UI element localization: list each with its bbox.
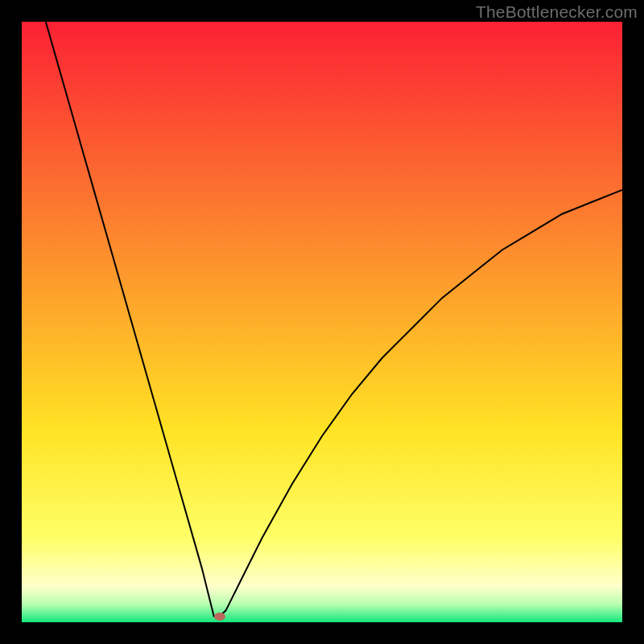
watermark-text: TheBottlenecker.com xyxy=(476,2,638,22)
optimal-marker xyxy=(214,613,225,621)
chart-frame: TheBottlenecker.com xyxy=(0,0,644,644)
bottleneck-curve xyxy=(22,22,622,622)
plot-area xyxy=(22,22,622,622)
